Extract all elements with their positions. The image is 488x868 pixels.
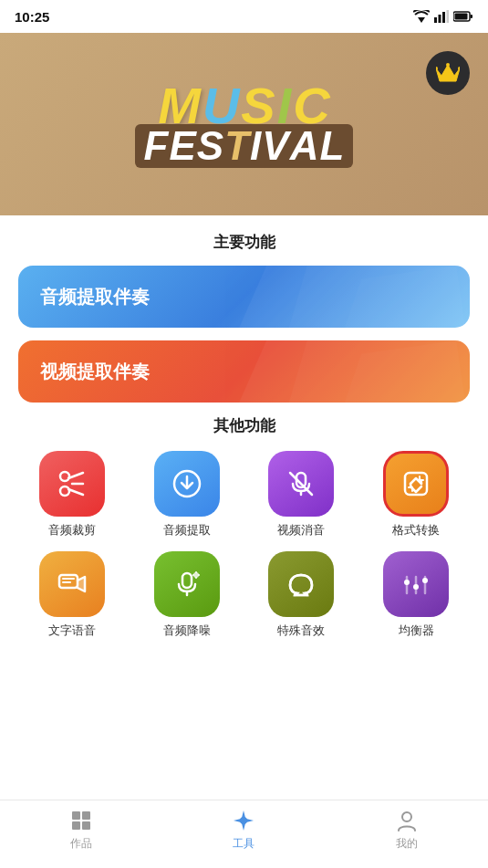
svg-point-44 — [404, 580, 410, 585]
tools-label: 工具 — [233, 836, 254, 852]
nav-works[interactable]: 作品 — [69, 809, 93, 852]
video-extract-btn[interactable]: 视频提取伴奏 — [18, 340, 470, 403]
signal-icon — [434, 10, 449, 23]
special-effect-icon-box — [268, 551, 334, 617]
mic-enhance-icon — [171, 568, 203, 601]
svg-rect-7 — [455, 14, 468, 20]
svg-rect-49 — [72, 811, 80, 820]
works-icon — [69, 809, 93, 832]
audio-cut-label: 音频裁剪 — [48, 522, 96, 539]
mic-off-icon — [285, 467, 317, 500]
video-mute-label: 视频消音 — [277, 522, 325, 539]
audio-btn-decoration — [199, 266, 470, 328]
battery-icon — [453, 11, 473, 22]
banner-text: M U S I C F E S T I V A L — [135, 80, 354, 168]
audio-denoise-label: 音频降噪 — [163, 622, 211, 639]
nav-profile[interactable]: 我的 — [395, 809, 419, 852]
svg-point-46 — [413, 584, 419, 590]
crown-icon — [436, 63, 460, 83]
svg-rect-52 — [82, 821, 90, 830]
audio-btn-label: 音频提取伴奏 — [40, 285, 150, 309]
svg-rect-2 — [439, 15, 441, 23]
bottom-nav: 作品 工具 我的 — [0, 800, 488, 868]
grid-item-equalizer[interactable]: 均衡器 — [362, 551, 470, 639]
convert-icon — [400, 467, 432, 500]
grid-item-audio-extract[interactable]: 音频提取 — [133, 451, 241, 539]
status-icons — [413, 10, 473, 23]
svg-line-20 — [68, 473, 83, 478]
text-voice-icon-box — [39, 551, 105, 617]
profile-label: 我的 — [396, 836, 418, 852]
svg-rect-51 — [72, 821, 80, 830]
video-btn-label: 视频提取伴奏 — [40, 360, 150, 384]
equalizer-icon-box — [383, 551, 449, 617]
status-bar: 10:25 — [0, 0, 488, 33]
svg-rect-50 — [82, 811, 90, 820]
tools-icon — [232, 809, 255, 832]
profile-icon — [395, 809, 419, 832]
wifi-icon — [413, 10, 430, 23]
svg-point-19 — [60, 486, 69, 496]
banner: M U S I C F E S T I V A L — [0, 33, 488, 215]
audio-denoise-icon-box — [154, 551, 220, 617]
text-voice-icon — [56, 568, 88, 601]
special-effect-label: 特殊音效 — [277, 622, 325, 639]
grid-item-text-voice[interactable]: 文字语音 — [18, 551, 126, 639]
grid-item-audio-denoise[interactable]: 音频降噪 — [133, 551, 241, 639]
svg-line-21 — [68, 489, 83, 495]
svg-point-18 — [60, 472, 69, 481]
format-convert-icon-box — [383, 451, 449, 517]
svg-marker-0 — [418, 17, 425, 23]
video-btn-decoration — [199, 340, 470, 403]
audio-extract-icon-box — [154, 451, 220, 517]
text-voice-label: 文字语音 — [48, 622, 96, 639]
svg-point-48 — [422, 578, 428, 583]
video-mute-icon-box — [268, 451, 334, 517]
grid-item-audio-cut[interactable]: 音频裁剪 — [18, 451, 126, 539]
svg-rect-3 — [442, 12, 445, 23]
section2-title: 其他功能 — [18, 415, 470, 436]
features-grid: 音频裁剪 音频提取 视频消音 — [18, 451, 470, 639]
svg-rect-1 — [434, 17, 437, 23]
svg-rect-33 — [182, 573, 192, 588]
svg-point-11 — [458, 67, 460, 70]
audio-extract-btn[interactable]: 音频提取伴奏 — [18, 266, 470, 328]
audio-cut-icon-box — [39, 451, 105, 517]
format-convert-label: 格式转换 — [392, 522, 440, 539]
download-circle-icon — [171, 467, 203, 500]
svg-point-10 — [436, 67, 438, 70]
audio-extract-label: 音频提取 — [163, 522, 211, 539]
crown-badge[interactable] — [426, 51, 470, 95]
main-content: 主要功能 音频提取伴奏 视频提取伴奏 其他功能 — [0, 232, 488, 639]
svg-point-53 — [240, 817, 247, 824]
omega-icon — [285, 568, 317, 601]
status-time: 10:25 — [15, 9, 49, 25]
svg-point-9 — [446, 63, 450, 67]
equalizer-icon — [400, 568, 432, 601]
scissors-icon — [56, 467, 88, 500]
svg-marker-8 — [436, 65, 460, 81]
grid-item-video-mute[interactable]: 视频消音 — [248, 451, 356, 539]
nav-tools[interactable]: 工具 — [232, 809, 255, 852]
grid-item-format-convert[interactable]: 格式转换 — [362, 451, 470, 539]
works-label: 作品 — [70, 836, 92, 852]
svg-rect-4 — [447, 10, 450, 23]
grid-item-special-effect[interactable]: 特殊音效 — [248, 551, 356, 639]
equalizer-label: 均衡器 — [399, 622, 434, 639]
svg-rect-6 — [471, 15, 473, 18]
section1-title: 主要功能 — [18, 232, 470, 253]
svg-point-54 — [402, 812, 411, 821]
